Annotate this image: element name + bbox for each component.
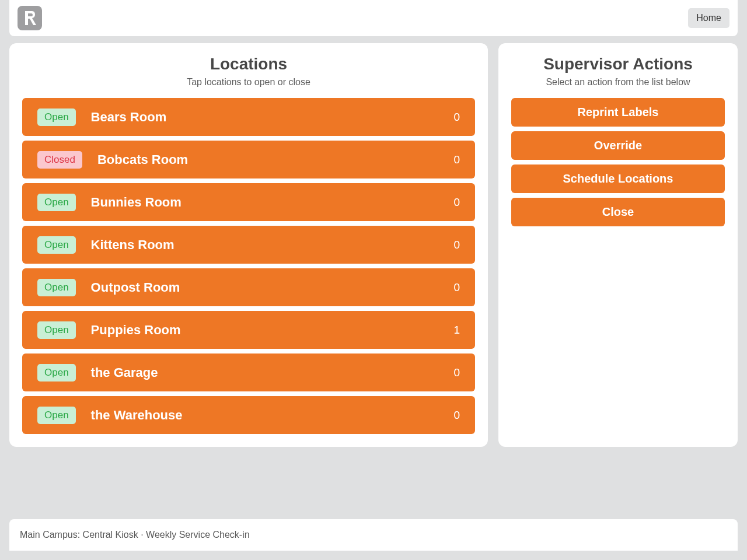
location-name: the Warehouse bbox=[91, 408, 454, 423]
location-row[interactable]: ClosedBobcats Room0 bbox=[22, 141, 475, 178]
location-list: OpenBears Room0ClosedBobcats Room0OpenBu… bbox=[22, 98, 475, 434]
brand-logo[interactable] bbox=[18, 6, 42, 30]
status-badge: Open bbox=[37, 108, 76, 126]
status-badge: Open bbox=[37, 321, 76, 339]
status-badge: Open bbox=[37, 407, 76, 424]
location-name: the Garage bbox=[91, 365, 454, 380]
supervisor-actions-panel: Supervisor Actions Select an action from… bbox=[498, 43, 738, 447]
location-row[interactable]: Openthe Warehouse0 bbox=[22, 396, 475, 434]
action-button[interactable]: Reprint Labels bbox=[511, 98, 725, 127]
action-button[interactable]: Close bbox=[511, 198, 725, 226]
location-name: Bears Room bbox=[91, 110, 454, 125]
footer: Main Campus: Central Kiosk · Weekly Serv… bbox=[9, 519, 738, 551]
rock-logo-icon bbox=[20, 9, 39, 27]
location-row[interactable]: OpenKittens Room0 bbox=[22, 226, 475, 264]
location-count: 0 bbox=[453, 409, 460, 422]
status-badge: Open bbox=[37, 194, 76, 211]
location-count: 0 bbox=[453, 239, 460, 251]
location-count: 1 bbox=[453, 324, 460, 337]
navbar: Home bbox=[9, 0, 738, 36]
action-button[interactable]: Schedule Locations bbox=[511, 164, 725, 193]
locations-subtitle: Tap locations to open or close bbox=[22, 77, 475, 88]
actions-title: Supervisor Actions bbox=[511, 55, 725, 74]
location-row[interactable]: Openthe Garage0 bbox=[22, 354, 475, 391]
status-badge: Open bbox=[37, 236, 76, 254]
location-name: Bunnies Room bbox=[91, 195, 454, 210]
status-badge: Open bbox=[37, 279, 76, 296]
location-row[interactable]: OpenBunnies Room0 bbox=[22, 183, 475, 221]
location-count: 0 bbox=[453, 153, 460, 166]
main-content: Locations Tap locations to open or close… bbox=[9, 43, 738, 447]
action-button[interactable]: Override bbox=[511, 131, 725, 160]
location-name: Outpost Room bbox=[91, 280, 454, 295]
location-count: 0 bbox=[453, 111, 460, 124]
location-name: Puppies Room bbox=[91, 323, 454, 338]
location-name: Kittens Room bbox=[91, 237, 454, 253]
locations-title: Locations bbox=[22, 55, 475, 74]
location-count: 0 bbox=[453, 281, 460, 294]
actions-subtitle: Select an action from the list below bbox=[511, 77, 725, 88]
location-count: 0 bbox=[453, 196, 460, 209]
status-badge: Open bbox=[37, 364, 76, 382]
footer-text: Main Campus: Central Kiosk · Weekly Serv… bbox=[20, 530, 250, 540]
location-row[interactable]: OpenOutpost Room0 bbox=[22, 268, 475, 306]
locations-panel: Locations Tap locations to open or close… bbox=[9, 43, 488, 447]
status-badge: Closed bbox=[37, 151, 82, 169]
home-button[interactable]: Home bbox=[688, 8, 729, 28]
location-name: Bobcats Room bbox=[97, 152, 454, 167]
location-row[interactable]: OpenPuppies Room1 bbox=[22, 311, 475, 349]
action-list: Reprint LabelsOverrideSchedule Locations… bbox=[511, 98, 725, 226]
location-count: 0 bbox=[453, 366, 460, 379]
location-row[interactable]: OpenBears Room0 bbox=[22, 98, 475, 136]
